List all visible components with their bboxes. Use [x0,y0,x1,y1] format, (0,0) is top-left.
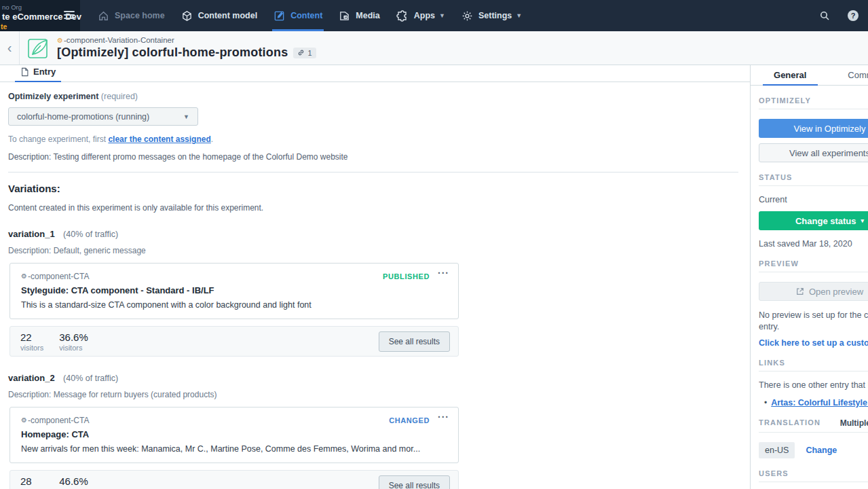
chevron-down-icon: ▼ [439,12,445,19]
nav-item-content-model[interactable]: Content model [180,0,259,31]
percent-stat: 46.6% visitors [57,475,88,489]
section-header-users: USERS [759,469,868,482]
chevron-down-icon: ▾ [861,217,865,224]
card-content-type: ⚙-component-CTA [21,416,447,425]
chevron-down-icon: ▼ [516,12,522,19]
section-header-translation: TRANSLATION Multiple locales [759,418,868,433]
variation-name-row: variation_2 (40% of traffic) [8,372,742,384]
see-all-results-button[interactable]: See all results [379,331,450,352]
section-header-links: LINKS [759,359,868,372]
variation-name: variation_2 [8,373,55,383]
links-count-badge[interactable]: 1 [293,48,316,58]
section-header-optimizely: OPTIMIZELY [759,96,868,109]
field-help-text: To change experiment, first clear the co… [8,134,742,144]
linked-entry-link[interactable]: Artas: Colorful Lifestyle Homepage [771,398,868,408]
visitors-stat: 28 visitors [18,475,43,489]
variation-name-row: variation_1 (40% of traffic) [8,228,742,240]
header-text: ⚙-component-Variation-Container [Optimiz… [57,36,316,60]
clear-content-link[interactable]: clear the content assigned [108,134,210,144]
view-in-optimizely-button[interactable]: View in Optimizely [759,119,868,138]
apps-puzzle-icon [396,10,409,22]
stats-bar: 22 visitors 36.6% visitors See all resul… [10,326,459,357]
nav-item-content[interactable]: Content [272,0,324,31]
component-type-icon: ⚙ [21,272,27,281]
preview-section: PREVIEW Open preview No preview is set u… [751,259,868,348]
stats-bar: 28 visitors 46.6% visitors See all resul… [10,470,459,489]
tab-comments[interactable]: Comments [830,65,868,85]
org-space-block: no Org te eCommerce Dev te [0,0,80,31]
card-title: Styleguide: CTA component - Standard - I… [21,285,447,295]
top-navbar: no Org te eCommerce Dev te Space home Co… [0,0,868,31]
component-type-icon: ⚙ [57,36,63,45]
media-icon [339,10,350,22]
variation-description: Description: Message for return buyers (… [8,390,742,399]
status-badge: CHANGED [389,416,430,424]
component-type-icon: ⚙ [21,416,27,425]
environment-name: te [1,22,7,31]
entry-header: ‹ ⚙-component-Variation-Container [Optim… [0,31,868,65]
nav-item-media[interactable]: Media [337,0,381,31]
content-model-icon [181,10,193,22]
nav-items: Space home Content model Content Media A… [96,0,523,31]
experiment-select[interactable]: colorful-home-promotions (running) ▼ [8,107,198,126]
incoming-links-list: • Artas: Colorful Lifestyle Homepage [759,398,868,408]
section-header-status: STATUS [759,173,868,186]
card-body: New arrivals for men this week: Manamica… [21,444,447,454]
nav-item-apps[interactable]: Apps ▼ [395,0,447,31]
tab-entry[interactable]: Entry [15,67,61,82]
last-saved-text: Last saved Mar 18, 2020 [759,239,868,249]
card-menu-icon[interactable]: ··· [438,268,449,278]
status-current: Current [759,195,868,204]
change-status-button[interactable]: Change status ▾ [759,211,868,230]
status-section: STATUS Current Change status ▾ Last save… [751,173,868,249]
settings-gear-icon [461,10,473,22]
percent-stat: 36.6% visitors [57,331,88,352]
variations-heading: Variations: [8,183,742,194]
nav-item-space-home[interactable]: Space home [96,0,166,31]
field-label: Optimizely experiment (required) [8,92,742,101]
external-link-icon [796,287,804,295]
entry-sidebar: General Comments OPTIMIZELY View in Opti… [750,65,868,489]
entry-card[interactable]: ⚙-component-CTA Styleguide: CTA componen… [10,263,459,319]
status-badge: PUBLISHED [383,272,430,280]
optimizely-section: OPTIMIZELY View in Optimizely View all e… [751,96,868,162]
nav-right: ? [819,0,868,31]
setup-preview-link[interactable]: Click here to set up a custom content pr… [759,338,868,348]
see-all-results-button[interactable]: See all results [379,475,450,489]
preview-note: No preview is set up for the content typ… [759,310,868,333]
nav-item-settings[interactable]: Settings ▼ [460,0,523,31]
org-name: no Org [2,3,22,11]
translation-section: TRANSLATION Multiple locales en-US Chang… [751,418,868,458]
card-title: Homepage: CTA [21,429,447,439]
variation-block-2: variation_2 (40% of traffic) Description… [8,372,742,489]
document-icon [20,67,29,77]
required-hint: (required) [98,92,138,101]
help-icon[interactable]: ? [848,10,858,21]
variation-traffic: (40% of traffic) [63,374,118,383]
variation-name: variation_1 [8,229,55,239]
hamburger-menu-icon[interactable] [64,11,75,21]
variation-description: Description: Default, generic message [8,246,742,255]
users-section: USERS No other users online [751,469,868,489]
sidebar-tabs: General Comments [751,65,868,86]
page-title: [Optimizely] colorful-home-promotions [57,46,288,60]
tab-general[interactable]: General [751,65,830,85]
links-section: LINKS There is one other entry that link… [751,359,868,408]
search-icon[interactable] [819,10,830,21]
card-body: This is a standard-size CTA component wi… [21,300,447,310]
content-type-line: ⚙-component-Variation-Container [57,36,316,45]
card-menu-icon[interactable]: ··· [438,412,449,422]
view-all-experiments-button[interactable]: View all experiments [759,143,868,162]
translation-mode[interactable]: Multiple locales [840,418,868,428]
locale-row: en-US Change [759,442,868,458]
bullet-icon: • [764,398,767,408]
variations-note: Content created in this experiment is on… [8,203,742,213]
open-preview-button[interactable]: Open preview [759,282,868,301]
home-icon [98,10,109,22]
change-locale-link[interactable]: Change [806,446,837,455]
back-button[interactable]: ‹ [0,31,20,65]
locale-chip: en-US [759,442,795,458]
entry-card[interactable]: ⚙-component-CTA Homepage: CTA New arriva… [10,407,459,463]
experiment-description: Description: Testing different promo mes… [8,152,742,162]
chevron-down-icon: ▼ [183,113,189,120]
